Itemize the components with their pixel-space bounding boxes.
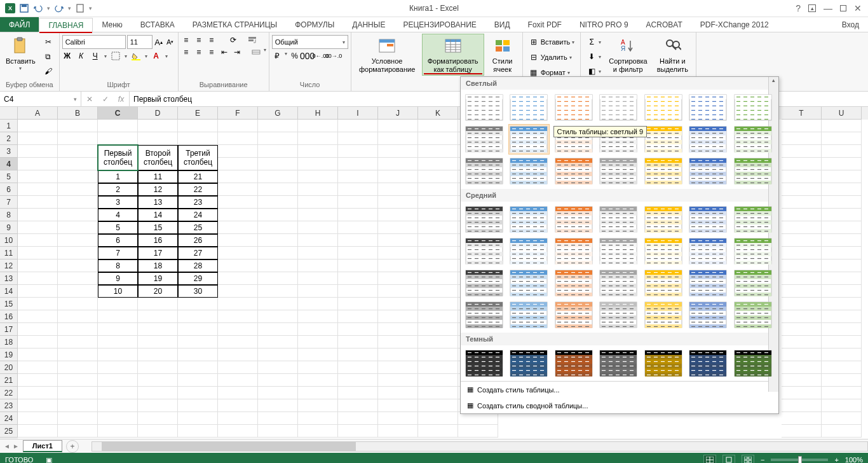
- cell[interactable]: [338, 323, 378, 336]
- grow-font-icon[interactable]: A▴: [154, 37, 164, 47]
- cell[interactable]: [298, 285, 338, 298]
- cell[interactable]: [298, 361, 338, 374]
- table-style-option[interactable]: [598, 300, 639, 330]
- cell[interactable]: [782, 387, 822, 399]
- cell[interactable]: [298, 234, 338, 247]
- cell[interactable]: [338, 298, 378, 310]
- row-header[interactable]: 18: [0, 336, 18, 349]
- cell[interactable]: 12: [138, 183, 178, 196]
- view-page-break-icon[interactable]: [742, 455, 754, 463]
- align-left-icon[interactable]: ≡: [181, 47, 191, 57]
- cell[interactable]: 1: [98, 170, 138, 183]
- table-style-option[interactable]: [463, 124, 505, 155]
- cell[interactable]: [338, 374, 378, 387]
- cell[interactable]: [218, 132, 258, 145]
- cell[interactable]: [138, 387, 178, 399]
- cell[interactable]: [822, 298, 862, 310]
- cell[interactable]: [138, 298, 178, 310]
- cell[interactable]: [782, 132, 822, 145]
- cell[interactable]: [18, 387, 58, 399]
- cell[interactable]: [822, 399, 862, 412]
- cell[interactable]: [298, 158, 338, 170]
- cell[interactable]: [18, 120, 58, 132]
- cell[interactable]: [58, 183, 98, 196]
- table-style-option[interactable]: [642, 268, 684, 298]
- cell[interactable]: [418, 183, 458, 196]
- cell[interactable]: [258, 120, 298, 132]
- cell[interactable]: [378, 323, 418, 336]
- cell[interactable]: [178, 120, 218, 132]
- cell[interactable]: [378, 158, 418, 170]
- insert-cells-button[interactable]: ⊞Вставить▾: [526, 35, 578, 49]
- cell[interactable]: Второй столбец: [138, 145, 178, 170]
- cell[interactable]: [178, 374, 218, 387]
- table-style-option[interactable]: [598, 236, 639, 266]
- cell[interactable]: [378, 374, 418, 387]
- new-pivot-style-button[interactable]: ▦Создать стиль сводной таблицы...: [461, 397, 778, 413]
- cell[interactable]: [418, 285, 458, 298]
- cell[interactable]: 5: [98, 221, 138, 234]
- align-center-icon[interactable]: ≡: [194, 47, 204, 57]
- cell[interactable]: [782, 336, 822, 349]
- cell[interactable]: [418, 272, 458, 285]
- cell[interactable]: [782, 158, 822, 170]
- cell[interactable]: [782, 170, 822, 183]
- cell[interactable]: [58, 196, 98, 209]
- row-header[interactable]: 24: [0, 412, 18, 425]
- cell[interactable]: [378, 412, 418, 425]
- cell[interactable]: [138, 132, 178, 145]
- redo-icon[interactable]: [54, 3, 64, 13]
- cell[interactable]: [218, 209, 258, 221]
- cell[interactable]: [338, 247, 378, 259]
- cell[interactable]: [98, 412, 138, 425]
- cell[interactable]: [138, 399, 178, 412]
- cell[interactable]: [138, 361, 178, 374]
- cell[interactable]: [822, 196, 862, 209]
- tab-nitro[interactable]: NITRO PRO 9: [571, 17, 637, 32]
- cell[interactable]: 6: [98, 234, 138, 247]
- cell[interactable]: [338, 310, 378, 323]
- column-header[interactable]: F: [218, 107, 258, 120]
- cell[interactable]: [18, 361, 58, 374]
- cell[interactable]: [378, 399, 418, 412]
- percent-icon[interactable]: %: [290, 51, 300, 61]
- cell[interactable]: [218, 247, 258, 259]
- cell[interactable]: [418, 310, 458, 323]
- help-icon[interactable]: ?: [796, 3, 801, 13]
- cell[interactable]: [822, 374, 862, 387]
- cell[interactable]: [782, 310, 822, 323]
- table-style-option[interactable]: [732, 92, 773, 123]
- cell[interactable]: [218, 183, 258, 196]
- column-header[interactable]: T: [782, 107, 822, 120]
- cell[interactable]: Первый столбец: [98, 145, 138, 170]
- cell[interactable]: [178, 298, 218, 310]
- cell[interactable]: [782, 196, 822, 209]
- cell[interactable]: [782, 247, 822, 259]
- delete-cells-button[interactable]: ⊟Удалить▾: [526, 50, 575, 64]
- table-style-option[interactable]: [732, 348, 773, 378]
- row-header[interactable]: 10: [0, 234, 18, 247]
- cell[interactable]: [58, 323, 98, 336]
- tab-data[interactable]: ДАННЫЕ: [343, 17, 394, 32]
- cut-button[interactable]: ✂: [40, 35, 57, 49]
- cell[interactable]: [418, 170, 458, 183]
- cell[interactable]: 11: [138, 170, 178, 183]
- table-style-option[interactable]: [642, 156, 684, 186]
- row-header[interactable]: 23: [0, 399, 18, 412]
- cell[interactable]: [378, 349, 418, 361]
- cell[interactable]: Третий столбец: [178, 145, 218, 170]
- cell[interactable]: [258, 387, 298, 399]
- cell[interactable]: [218, 374, 258, 387]
- cell[interactable]: [378, 310, 418, 323]
- conditional-formatting-button[interactable]: Условное форматирование: [354, 34, 421, 76]
- cell[interactable]: [58, 412, 98, 425]
- cell[interactable]: [418, 209, 458, 221]
- table-style-option[interactable]: [508, 204, 550, 235]
- cell[interactable]: [18, 323, 58, 336]
- cell[interactable]: 7: [98, 247, 138, 259]
- cell[interactable]: [338, 285, 378, 298]
- table-style-option[interactable]: [642, 124, 684, 155]
- shrink-font-icon[interactable]: A▾: [165, 37, 175, 47]
- cell[interactable]: [298, 349, 338, 361]
- cell[interactable]: [822, 158, 862, 170]
